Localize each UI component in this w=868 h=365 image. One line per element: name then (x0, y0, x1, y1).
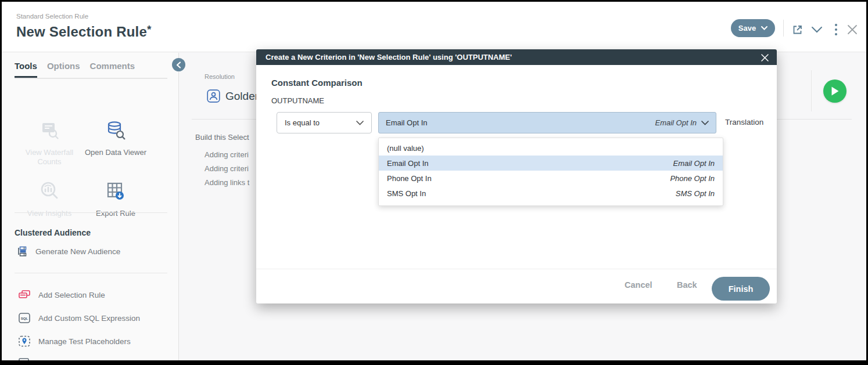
tool-label: View Waterfall Counts (14, 148, 85, 167)
operator-select[interactable]: Is equal to (277, 112, 372, 133)
action-label: Manage Test Placeholders (38, 337, 131, 346)
export-grid-download-icon (103, 179, 128, 204)
finish-button[interactable]: Finish (712, 277, 770, 301)
clustered-audience-heading: Clustered Audience (15, 228, 91, 237)
collapse-header-chevron-icon[interactable] (810, 23, 824, 37)
frame-border (0, 360, 868, 365)
selection-rule-cards-icon (18, 290, 31, 301)
svg-text:SQL: SQL (21, 316, 28, 320)
tab-options[interactable]: Options (47, 61, 80, 78)
tool-label: Export Rule (80, 209, 151, 218)
view-waterfall-counts-button[interactable]: View Waterfall Counts (14, 118, 85, 167)
add-custom-sql-button[interactable]: SQL Add Custom SQL Expression (18, 312, 140, 324)
save-button[interactable]: Save (731, 19, 775, 37)
manage-test-placeholders-button[interactable]: Manage Test Placeholders (18, 335, 131, 347)
sidebar-tabs: Tools Options Comments (15, 61, 135, 78)
tool-label: View Insights (14, 209, 85, 218)
frame-border (0, 0, 868, 2)
combobox-translation: Email Opt In (655, 118, 697, 127)
insights-chart-icon (37, 179, 62, 204)
audience-cluster-icon (16, 245, 28, 257)
dropdown-option-phone-opt-in[interactable]: Phone Opt In Phone Opt In (379, 171, 723, 186)
placeholder-pin-icon (18, 335, 31, 347)
open-in-new-window-icon[interactable] (790, 23, 804, 37)
select-chevron-down-icon (356, 121, 364, 125)
tool-label: Open Data Viewer (80, 148, 151, 157)
modal-close-icon[interactable] (759, 52, 770, 63)
run-rule-play-button[interactable] (823, 79, 847, 103)
tab-comments[interactable]: Comments (90, 61, 135, 78)
save-chevron-down-icon (761, 26, 767, 30)
value-combobox[interactable]: Email Opt In Email Opt In (378, 112, 716, 133)
modal-title: Create a New Criterion in 'New Selection… (266, 53, 512, 62)
data-viewer-database-icon (103, 118, 128, 143)
waterfall-counts-icon (37, 118, 62, 143)
header-divider (783, 20, 784, 37)
step-text: Adding links t (205, 178, 249, 187)
tabs-underline (15, 78, 167, 79)
footer-divider (256, 269, 777, 269)
step-text: Adding criteri (205, 164, 249, 173)
sidebar-collapse-button[interactable] (172, 58, 185, 71)
cancel-button[interactable]: Cancel (625, 280, 652, 290)
page-header: Standard Selection Rule New Selection Ru… (2, 2, 866, 52)
open-data-viewer-button[interactable]: Open Data Viewer (80, 118, 151, 157)
add-selection-rule-button[interactable]: Add Selection Rule (18, 290, 105, 301)
tab-tools[interactable]: Tools (15, 61, 37, 78)
dropdown-option-null-value[interactable]: (null value) (379, 140, 723, 156)
combobox-chevron-down-icon (701, 121, 709, 125)
sidebar-divider (15, 273, 167, 273)
app-window: Standard Selection Rule New Selection Ru… (0, 0, 868, 365)
back-button[interactable]: Back (677, 280, 697, 290)
dropdown-option-sms-opt-in[interactable]: SMS Opt In SMS Opt In (379, 186, 723, 201)
resolution-entity-row[interactable]: Golden (207, 89, 261, 103)
value-dropdown-panel: (null value) Email Opt In Email Opt In P… (378, 138, 723, 206)
more-options-kebab-icon[interactable] (829, 23, 843, 37)
dropdown-option-email-opt-in[interactable]: Email Opt In Email Opt In (379, 156, 723, 171)
combobox-value: Email Opt In (386, 118, 428, 127)
tools-sidebar: Tools Options Comments View Waterfall Co… (2, 53, 179, 360)
sidebar-divider (15, 212, 167, 213)
generate-new-audience-button[interactable]: Generate New Audience (16, 245, 120, 257)
action-label: Generate New Audience (35, 247, 120, 256)
field-label: OUTPUTNAME (271, 96, 324, 105)
golden-record-person-icon (207, 89, 220, 103)
operator-value: Is equal to (285, 118, 320, 127)
step-text: Adding criteri (205, 150, 249, 159)
resolution-label: Resolution (205, 73, 235, 80)
run-area-divider (811, 70, 812, 111)
create-criterion-modal: Create a New Criterion in 'New Selection… (256, 49, 777, 303)
section-heading: Constant Comparison (271, 78, 363, 88)
action-label: Add Selection Rule (38, 291, 105, 299)
build-select-text: Build this Select (195, 133, 249, 142)
modal-titlebar: Create a New Criterion in 'New Selection… (256, 49, 777, 65)
breadcrumb: Standard Selection Rule (16, 13, 88, 20)
unsaved-asterisk: * (147, 23, 152, 35)
action-label: Add Custom SQL Expression (38, 314, 140, 323)
page-title: New Selection Rule* (16, 23, 152, 40)
frame-border (0, 0, 2, 365)
translation-label: Translation (725, 118, 763, 127)
sql-box-icon: SQL (18, 312, 31, 324)
close-page-icon[interactable] (845, 23, 859, 37)
